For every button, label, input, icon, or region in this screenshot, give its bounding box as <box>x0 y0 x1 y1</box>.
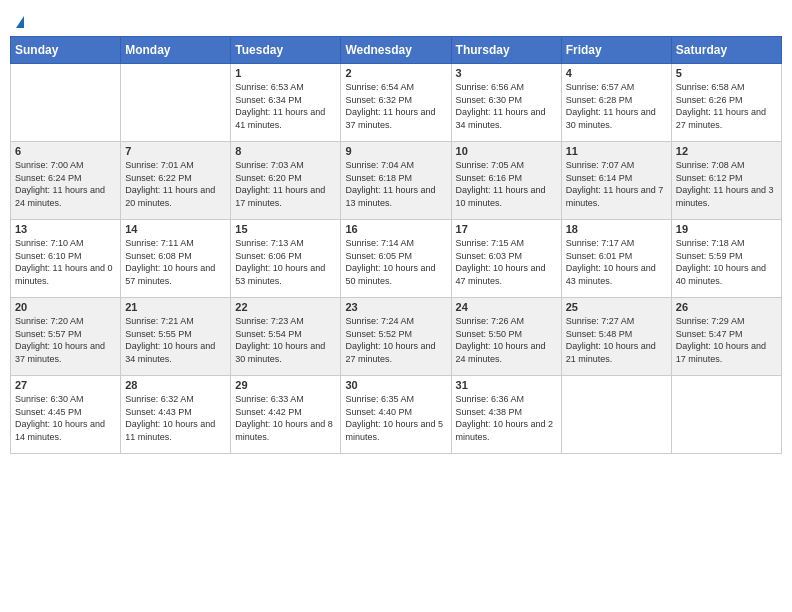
calendar-cell: 22Sunrise: 7:23 AM Sunset: 5:54 PM Dayli… <box>231 298 341 376</box>
weekday-header-saturday: Saturday <box>671 37 781 64</box>
calendar-cell: 16Sunrise: 7:14 AM Sunset: 6:05 PM Dayli… <box>341 220 451 298</box>
day-detail: Sunrise: 6:53 AM Sunset: 6:34 PM Dayligh… <box>235 81 336 131</box>
calendar-cell: 31Sunrise: 6:36 AM Sunset: 4:38 PM Dayli… <box>451 376 561 454</box>
day-number: 12 <box>676 145 777 157</box>
day-number: 19 <box>676 223 777 235</box>
day-detail: Sunrise: 6:54 AM Sunset: 6:32 PM Dayligh… <box>345 81 446 131</box>
day-number: 24 <box>456 301 557 313</box>
calendar-cell: 18Sunrise: 7:17 AM Sunset: 6:01 PM Dayli… <box>561 220 671 298</box>
day-number: 9 <box>345 145 446 157</box>
day-number: 28 <box>125 379 226 391</box>
calendar-week-4: 20Sunrise: 7:20 AM Sunset: 5:57 PM Dayli… <box>11 298 782 376</box>
calendar-cell: 30Sunrise: 6:35 AM Sunset: 4:40 PM Dayli… <box>341 376 451 454</box>
day-detail: Sunrise: 7:05 AM Sunset: 6:16 PM Dayligh… <box>456 159 557 209</box>
day-number: 25 <box>566 301 667 313</box>
calendar-cell: 11Sunrise: 7:07 AM Sunset: 6:14 PM Dayli… <box>561 142 671 220</box>
day-detail: Sunrise: 6:30 AM Sunset: 4:45 PM Dayligh… <box>15 393 116 443</box>
calendar-cell: 20Sunrise: 7:20 AM Sunset: 5:57 PM Dayli… <box>11 298 121 376</box>
calendar-cell: 13Sunrise: 7:10 AM Sunset: 6:10 PM Dayli… <box>11 220 121 298</box>
calendar-cell: 29Sunrise: 6:33 AM Sunset: 4:42 PM Dayli… <box>231 376 341 454</box>
day-detail: Sunrise: 7:10 AM Sunset: 6:10 PM Dayligh… <box>15 237 116 287</box>
day-number: 7 <box>125 145 226 157</box>
day-number: 26 <box>676 301 777 313</box>
day-detail: Sunrise: 6:36 AM Sunset: 4:38 PM Dayligh… <box>456 393 557 443</box>
day-number: 3 <box>456 67 557 79</box>
calendar-cell: 3Sunrise: 6:56 AM Sunset: 6:30 PM Daylig… <box>451 64 561 142</box>
day-detail: Sunrise: 7:17 AM Sunset: 6:01 PM Dayligh… <box>566 237 667 287</box>
day-detail: Sunrise: 6:32 AM Sunset: 4:43 PM Dayligh… <box>125 393 226 443</box>
weekday-header-wednesday: Wednesday <box>341 37 451 64</box>
day-number: 20 <box>15 301 116 313</box>
day-detail: Sunrise: 7:24 AM Sunset: 5:52 PM Dayligh… <box>345 315 446 365</box>
day-detail: Sunrise: 7:29 AM Sunset: 5:47 PM Dayligh… <box>676 315 777 365</box>
day-number: 6 <box>15 145 116 157</box>
weekday-header-tuesday: Tuesday <box>231 37 341 64</box>
weekday-header-monday: Monday <box>121 37 231 64</box>
day-number: 17 <box>456 223 557 235</box>
day-detail: Sunrise: 6:58 AM Sunset: 6:26 PM Dayligh… <box>676 81 777 131</box>
calendar-week-5: 27Sunrise: 6:30 AM Sunset: 4:45 PM Dayli… <box>11 376 782 454</box>
day-number: 10 <box>456 145 557 157</box>
day-detail: Sunrise: 6:35 AM Sunset: 4:40 PM Dayligh… <box>345 393 446 443</box>
calendar-week-3: 13Sunrise: 7:10 AM Sunset: 6:10 PM Dayli… <box>11 220 782 298</box>
calendar-cell <box>561 376 671 454</box>
calendar-cell: 26Sunrise: 7:29 AM Sunset: 5:47 PM Dayli… <box>671 298 781 376</box>
weekday-header-sunday: Sunday <box>11 37 121 64</box>
day-detail: Sunrise: 7:21 AM Sunset: 5:55 PM Dayligh… <box>125 315 226 365</box>
calendar-cell: 4Sunrise: 6:57 AM Sunset: 6:28 PM Daylig… <box>561 64 671 142</box>
day-detail: Sunrise: 7:00 AM Sunset: 6:24 PM Dayligh… <box>15 159 116 209</box>
day-number: 14 <box>125 223 226 235</box>
logo-icon <box>16 16 24 28</box>
calendar-cell: 17Sunrise: 7:15 AM Sunset: 6:03 PM Dayli… <box>451 220 561 298</box>
calendar-cell <box>11 64 121 142</box>
day-number: 23 <box>345 301 446 313</box>
calendar-cell: 10Sunrise: 7:05 AM Sunset: 6:16 PM Dayli… <box>451 142 561 220</box>
day-number: 8 <box>235 145 336 157</box>
day-detail: Sunrise: 7:03 AM Sunset: 6:20 PM Dayligh… <box>235 159 336 209</box>
day-number: 2 <box>345 67 446 79</box>
day-number: 18 <box>566 223 667 235</box>
day-number: 27 <box>15 379 116 391</box>
calendar-cell: 2Sunrise: 6:54 AM Sunset: 6:32 PM Daylig… <box>341 64 451 142</box>
day-detail: Sunrise: 6:57 AM Sunset: 6:28 PM Dayligh… <box>566 81 667 131</box>
day-detail: Sunrise: 7:23 AM Sunset: 5:54 PM Dayligh… <box>235 315 336 365</box>
weekday-header-row: SundayMondayTuesdayWednesdayThursdayFrid… <box>11 37 782 64</box>
day-number: 30 <box>345 379 446 391</box>
day-detail: Sunrise: 6:33 AM Sunset: 4:42 PM Dayligh… <box>235 393 336 443</box>
day-detail: Sunrise: 7:18 AM Sunset: 5:59 PM Dayligh… <box>676 237 777 287</box>
day-detail: Sunrise: 7:13 AM Sunset: 6:06 PM Dayligh… <box>235 237 336 287</box>
day-detail: Sunrise: 7:14 AM Sunset: 6:05 PM Dayligh… <box>345 237 446 287</box>
calendar-cell: 28Sunrise: 6:32 AM Sunset: 4:43 PM Dayli… <box>121 376 231 454</box>
day-detail: Sunrise: 7:27 AM Sunset: 5:48 PM Dayligh… <box>566 315 667 365</box>
day-number: 21 <box>125 301 226 313</box>
calendar-cell: 8Sunrise: 7:03 AM Sunset: 6:20 PM Daylig… <box>231 142 341 220</box>
day-detail: Sunrise: 7:04 AM Sunset: 6:18 PM Dayligh… <box>345 159 446 209</box>
calendar-cell <box>121 64 231 142</box>
calendar-cell: 6Sunrise: 7:00 AM Sunset: 6:24 PM Daylig… <box>11 142 121 220</box>
calendar: SundayMondayTuesdayWednesdayThursdayFrid… <box>10 36 782 454</box>
header <box>10 10 782 28</box>
day-number: 5 <box>676 67 777 79</box>
calendar-cell: 25Sunrise: 7:27 AM Sunset: 5:48 PM Dayli… <box>561 298 671 376</box>
logo <box>14 16 24 28</box>
calendar-cell: 24Sunrise: 7:26 AM Sunset: 5:50 PM Dayli… <box>451 298 561 376</box>
weekday-header-friday: Friday <box>561 37 671 64</box>
day-detail: Sunrise: 7:26 AM Sunset: 5:50 PM Dayligh… <box>456 315 557 365</box>
calendar-cell: 12Sunrise: 7:08 AM Sunset: 6:12 PM Dayli… <box>671 142 781 220</box>
calendar-cell: 15Sunrise: 7:13 AM Sunset: 6:06 PM Dayli… <box>231 220 341 298</box>
calendar-cell: 21Sunrise: 7:21 AM Sunset: 5:55 PM Dayli… <box>121 298 231 376</box>
weekday-header-thursday: Thursday <box>451 37 561 64</box>
day-detail: Sunrise: 7:15 AM Sunset: 6:03 PM Dayligh… <box>456 237 557 287</box>
calendar-cell: 7Sunrise: 7:01 AM Sunset: 6:22 PM Daylig… <box>121 142 231 220</box>
calendar-week-2: 6Sunrise: 7:00 AM Sunset: 6:24 PM Daylig… <box>11 142 782 220</box>
day-detail: Sunrise: 7:01 AM Sunset: 6:22 PM Dayligh… <box>125 159 226 209</box>
day-detail: Sunrise: 7:07 AM Sunset: 6:14 PM Dayligh… <box>566 159 667 209</box>
calendar-cell: 9Sunrise: 7:04 AM Sunset: 6:18 PM Daylig… <box>341 142 451 220</box>
calendar-cell: 1Sunrise: 6:53 AM Sunset: 6:34 PM Daylig… <box>231 64 341 142</box>
calendar-cell: 19Sunrise: 7:18 AM Sunset: 5:59 PM Dayli… <box>671 220 781 298</box>
calendar-cell <box>671 376 781 454</box>
day-number: 15 <box>235 223 336 235</box>
calendar-cell: 27Sunrise: 6:30 AM Sunset: 4:45 PM Dayli… <box>11 376 121 454</box>
day-number: 13 <box>15 223 116 235</box>
day-number: 31 <box>456 379 557 391</box>
